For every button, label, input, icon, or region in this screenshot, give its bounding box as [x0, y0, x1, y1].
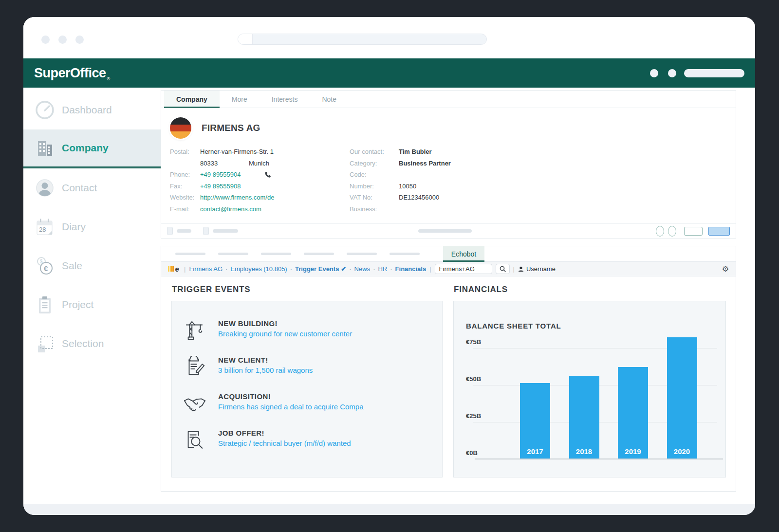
- tab-echobot[interactable]: Echobot: [443, 246, 484, 261]
- echobot-nav-bar: e | Firmens AG · Employees (10.805) · Tr…: [161, 262, 736, 276]
- window-footer-strip: [23, 504, 755, 515]
- diary-calendar-icon: 28: [33, 215, 56, 238]
- sidebar-item-diary[interactable]: 28 Diary: [23, 207, 161, 246]
- search-icon: [500, 266, 506, 272]
- contact-person-icon: [33, 176, 56, 200]
- email-label: E-mail:: [170, 203, 200, 215]
- category-label: Category:: [350, 158, 399, 169]
- event-link[interactable]: Breaking ground for new customer center: [218, 330, 352, 338]
- footer-ellipse-button[interactable]: [656, 226, 664, 237]
- gear-icon[interactable]: ⚙: [722, 264, 729, 274]
- footer-ellipse-button[interactable]: [668, 226, 676, 237]
- window-maximize-button[interactable]: [75, 36, 84, 44]
- tab-more[interactable]: More: [220, 91, 260, 108]
- number-value: 10050: [399, 181, 416, 192]
- footer-outline-button[interactable]: [684, 227, 703, 236]
- footer-dash-placeholder: [418, 229, 472, 233]
- email-link[interactable]: contact@firmens.com: [200, 203, 261, 215]
- calendar-day-number: 28: [39, 226, 46, 233]
- header-pill-placeholder: [684, 69, 744, 77]
- app-header: SuperOffice ®: [23, 58, 755, 88]
- footer-toggle-placeholder[interactable]: [203, 227, 209, 235]
- placeholder-tab: [218, 253, 248, 255]
- search-input[interactable]: [435, 264, 492, 274]
- sidebar-item-company[interactable]: Company: [23, 129, 161, 168]
- nav-link-employees[interactable]: Employees (10.805): [230, 265, 287, 273]
- footer-primary-button[interactable]: [708, 227, 730, 236]
- chart-bar-year-label: 2017: [520, 447, 550, 456]
- sidebar-item-label: Project: [62, 299, 93, 311]
- nav-link-financials[interactable]: Financials: [395, 265, 427, 273]
- footer-toggle-placeholder[interactable]: [167, 227, 173, 235]
- chart-bar-year-label: 2020: [667, 447, 697, 456]
- footer-dash-placeholder: [177, 229, 191, 233]
- contract-clipboard-icon: [184, 356, 206, 378]
- placeholder-tab: [390, 253, 420, 255]
- event-title: JOB OFFER!: [218, 429, 264, 437]
- tab-company[interactable]: Company: [164, 91, 220, 108]
- echobot-logo-icon: e: [168, 266, 177, 272]
- tab-note[interactable]: Note: [310, 91, 349, 108]
- main-content: Company More Interests Note FIRMENS AG P…: [161, 88, 755, 504]
- window-close-button[interactable]: [41, 36, 50, 44]
- header-right-controls: [640, 69, 744, 77]
- sale-coins-icon: $ €: [33, 254, 56, 277]
- placeholder-tab: [175, 253, 205, 255]
- chart-bar-2020: 2020: [667, 337, 697, 459]
- germany-flag-icon: [170, 117, 191, 139]
- website-label: Website:: [170, 192, 200, 203]
- nav-dot: ·: [373, 265, 375, 273]
- event-title: NEW BUILDING!: [218, 319, 278, 328]
- vat-label: VAT No:: [350, 192, 399, 203]
- sidebar-item-dashboard[interactable]: Dashboard: [23, 91, 161, 129]
- nav-link-news[interactable]: News: [354, 265, 371, 273]
- city-value: Munich: [249, 158, 269, 169]
- chart-ytick-label: €75B: [466, 338, 481, 346]
- company-details-right: Our contact: Tim Bubler Category: Busine…: [350, 146, 451, 215]
- window-minimize-button[interactable]: [58, 36, 67, 44]
- sidebar-item-selection[interactable]: Selection: [23, 324, 161, 363]
- sidebar-item-contact[interactable]: Contact: [23, 168, 161, 207]
- website-link[interactable]: http://www.firmens.com/de: [200, 192, 274, 203]
- sidebar-item-sale[interactable]: $ € Sale: [23, 246, 161, 285]
- phone-handset-icon[interactable]: [264, 171, 271, 178]
- chart-x-axis: [475, 459, 723, 459]
- user-menu[interactable]: Username: [518, 265, 556, 273]
- tab-interests[interactable]: Interests: [260, 91, 310, 108]
- nav-separator: |: [429, 265, 431, 273]
- chart-bar-year-label: 2019: [618, 447, 648, 456]
- sidebar-item-project[interactable]: Project: [23, 285, 161, 324]
- address-bar[interactable]: [238, 34, 487, 45]
- job-search-icon: [184, 429, 206, 451]
- event-link[interactable]: Strategic / technical buyer (m/f/d) want…: [218, 439, 351, 447]
- search-button[interactable]: [496, 264, 510, 274]
- nav-link-hr[interactable]: HR: [378, 265, 387, 273]
- company-details-left: Postal: Herner-van-Firmens-Str. 1 80333 …: [170, 146, 350, 215]
- event-link[interactable]: 3 billion for 1,500 rail wagons: [218, 366, 313, 374]
- event-link[interactable]: Firmens has signed a deal to acquire Com…: [218, 403, 364, 411]
- selection-marquee-icon: [33, 332, 56, 355]
- username-label: Username: [526, 265, 556, 273]
- app-window: SuperOffice ® Dashboard: [23, 17, 755, 515]
- nav-link-trigger-events[interactable]: Trigger Events: [295, 265, 339, 273]
- code-label: Code:: [350, 169, 399, 181]
- nav-dot: ·: [290, 265, 292, 273]
- trigger-events-heading: TRIGGER EVENTS: [172, 285, 443, 294]
- footer-dash-placeholder: [213, 229, 238, 233]
- chart-ytick-label: €25B: [466, 412, 481, 420]
- panel-tab-strip: Echobot: [161, 246, 736, 262]
- company-buildings-icon: [33, 136, 56, 160]
- nav-dot: ·: [349, 265, 351, 273]
- fax-link[interactable]: +49 89555908: [200, 181, 241, 192]
- street-value: Herner-van-Firmens-Str. 1: [200, 146, 274, 158]
- number-label: Number:: [350, 181, 399, 192]
- nav-dot: ·: [390, 265, 392, 273]
- sidebar-item-label: Sale: [62, 260, 82, 272]
- phone-link[interactable]: +49 89555904: [200, 169, 241, 181]
- dashboard-gauge-icon: [33, 98, 56, 122]
- trigger-event-row: NEW BUILDING! Breaking ground for new cu…: [184, 319, 432, 342]
- nav-link-company[interactable]: Firmens AG: [189, 265, 223, 273]
- chart-ytick-label: €0B: [466, 449, 478, 457]
- event-title: NEW CLIENT!: [218, 356, 268, 364]
- chart-title: BALANCE SHEET TOTAL: [466, 322, 713, 330]
